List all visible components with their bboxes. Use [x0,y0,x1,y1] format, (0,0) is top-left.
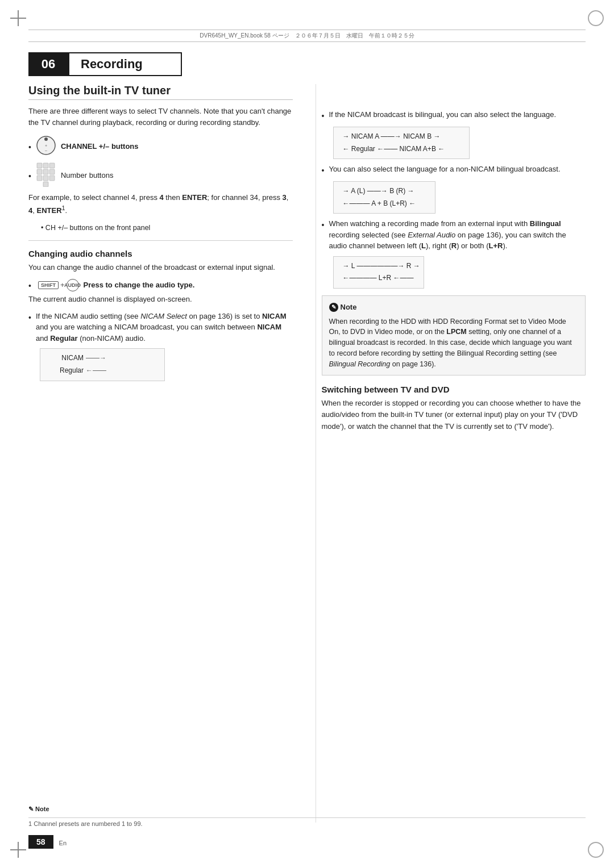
external-bullet: • When watching a recording made from an… [322,218,586,252]
nicam-ab-row1: → NICAM A ——→ NICAM B → [343,131,441,143]
divider-1 [28,240,293,241]
right-column: • If the NICAM broadcast is bilingual, y… [316,84,586,823]
intro-text: There are three different ways to select… [28,106,293,128]
left-column: Using the built-in TV tuner There are th… [28,84,298,823]
number-buttons-label: Number buttons [61,171,114,180]
note-title-text: Note [341,302,357,313]
svg-text:–: – [45,148,47,152]
svg-rect-13 [43,182,48,187]
section-title: Using the built-in TV tuner [28,84,293,100]
corner-mark-tl [10,10,26,26]
svg-rect-8 [43,169,48,174]
main-content: Using the built-in TV tuner There are th… [28,84,586,823]
channel-dial-icon: + – [36,134,56,158]
footnote-number: 1 [28,820,32,827]
al-br-row2: ←——— A + B (L+R) ← [343,198,416,210]
header-line: DVR645H_WY_EN.book 58 ページ ２０６年７月５日 水曜日 午… [28,30,586,42]
channel-buttons-row: • + – CHANNEL +/– buttons [28,134,293,158]
bullet-dot-numpad: • [28,172,31,181]
footnote: 1 Channel presets are numbered 1 to 99. [28,817,586,827]
nicam-arrow-row2: Regular ←—— [49,365,109,377]
bilingual-bullet1: • If the NICAM broadcast is bilingual, y… [322,109,586,122]
note-text: When recording to the HDD with HDD Recor… [329,316,579,370]
bullet-dot-channel: • [28,143,31,152]
corner-mark-tr [588,10,604,26]
nicam-bullet-text: If the NICAM audio setting (see NICAM Se… [36,311,293,344]
svg-rect-10 [37,176,42,181]
nicam-arrow-row1: NICAM ——→ [49,352,109,365]
channel-buttons-label: CHANNEL +/– buttons [61,142,139,151]
ch-front-panel-bullet: • CH +/– buttons on the front panel [41,223,293,233]
chapter-title: Recording [81,57,143,72]
svg-point-1 [44,137,48,141]
al-br-diagram: → A (L) ——→ B (R) → ←——— A + B (L+R) ← [333,181,435,214]
footnote-note-text: Note [35,806,49,812]
svg-rect-12 [49,176,55,181]
current-audio-text: The current audio channel is displayed o… [28,294,293,305]
nicam-ab-row2: ← Regular ←—— NICAM A+B ← [343,143,445,156]
switching-title: Switching between TV and DVD [322,385,586,394]
corner-mark-br [588,842,604,858]
footnote-content: Channel presets are numbered 1 to 99. [34,820,142,827]
lr-diagram: → L ——————→ R → ←———— L+R ←—— [333,256,424,289]
lang-label: En [59,840,67,846]
press-audio-label: Press to change the audio type. [84,281,195,289]
changing-audio-text: You can change the audio channel of the … [28,262,293,273]
header-text: DVR645H_WY_EN.book 58 ページ ２０６年７月５日 水曜日 午… [200,32,414,39]
footer: ✎ Note 1 Channel presets are numbered 1 … [28,806,586,851]
al-br-row1: → A (L) ——→ B (R) → [343,185,414,198]
footnote-note-icon: ✎ [28,806,35,812]
svg-rect-4 [37,163,42,168]
changing-audio-title: Changing audio channels [28,249,293,258]
nicam-bullet: • If the NICAM audio setting (see NICAM … [28,311,293,344]
svg-rect-7 [37,169,42,174]
footnote-note-label: ✎ Note [28,806,586,813]
chapter-title-box: Recording [68,52,182,76]
numpad-icon [36,162,56,189]
external-text: When watching a recording made from an e… [329,218,586,252]
bilingual-text1: If the NICAM broadcast is bilingual, you… [329,109,556,120]
example-text: For example, to select channel 4, press … [28,192,293,217]
bilingual-bullet2: • You can also select the language for a… [322,164,586,177]
note-icon: ✎ [329,303,338,312]
svg-text:+: + [45,144,47,148]
lr-row2: ←———— L+R ←—— [343,272,414,285]
note-title: ✎ Note [329,302,579,313]
svg-rect-9 [49,169,55,174]
chapter-heading: 06 Recording [28,52,182,76]
svg-rect-6 [49,163,55,168]
note-box: ✎ Note When recording to the HDD with HD… [322,295,586,375]
ch-front-panel-text: • CH +/– buttons on the front panel [41,224,150,232]
page-footer-row: 58 En [28,835,586,851]
nicam-ab-diagram: → NICAM A ——→ NICAM B → ← Regular ←—— NI… [333,127,470,159]
chapter-number: 06 [28,52,68,76]
page-number: 58 [28,835,53,849]
nicam-arrow-diagram: NICAM ——→ Regular ←—— [40,348,165,381]
bilingual-text2: You can also select the language for a n… [329,164,560,175]
bullet-dot-audio: • [28,281,31,290]
switching-text: When the recorder is stopped or recordin… [322,398,586,432]
audio-icon-row: • SHIFT + AUDIO Press to change the audi… [28,279,293,291]
number-buttons-row: • Number buttons [28,162,293,189]
lr-row1: → L ——————→ R → [343,260,420,273]
svg-rect-11 [43,176,48,181]
shift-button-icon: SHIFT + AUDIO [38,279,79,291]
svg-rect-5 [43,163,48,168]
corner-mark-bl [10,842,26,858]
